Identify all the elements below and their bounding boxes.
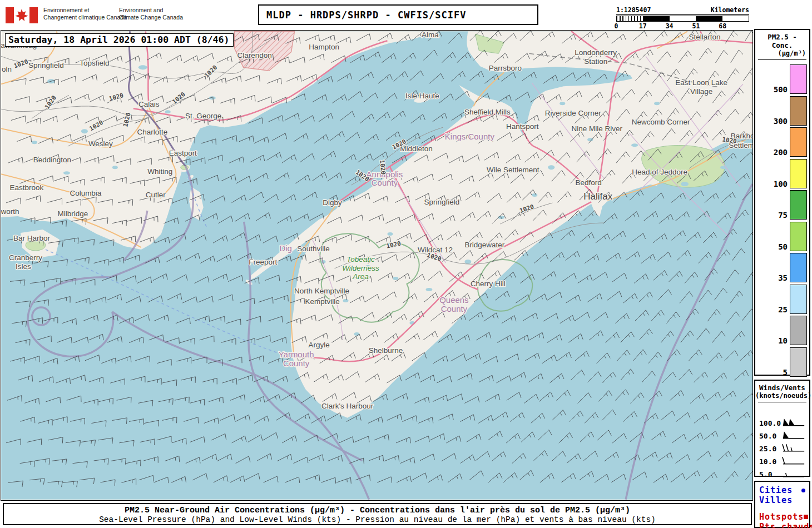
page: Environnement etChangement climatique Ca… [0,0,812,528]
place-label: Wile Settlement [487,166,539,174]
place-label: Digby [323,198,342,207]
wind-speed-label: 100.0 [759,419,781,427]
scale-tick: 17 [639,22,647,30]
place-label: Calais [138,100,160,108]
place-label: Shelburne [369,346,403,355]
winds-legend-units: (knots/noeuds) [755,392,809,400]
pm25-color-swatch [790,159,807,188]
place-label: East Loon Lake [675,78,727,87]
place-label: Eastbrook [10,183,44,192]
place-label: Sheffield Mills [464,108,511,116]
place-label: Cherry Hill [471,280,506,288]
wind-speed-label: 5.0 [759,470,772,479]
map-title: MLDP - HRDPS/SHRPD - CWFIS/SCIFV [259,9,467,21]
pm25-threshold-label: 10 [778,337,788,345]
pm25-legend-entry: 35 [755,253,809,282]
hotspots-label-en: Hotspots [759,512,804,522]
pm25-color-swatch [790,347,807,377]
wind-barb-glyph [781,418,806,428]
place-label: Kemptville [305,297,339,306]
pm25-threshold-label: 500 [774,86,788,94]
wind-legend-entry: 10.0 [755,455,809,467]
place-label: Cranberry [9,253,42,262]
timestamp-box: Saturday, 18 April 2026 01:00 ADT (8/46) [5,33,234,47]
points-legend: Cities Villes Hotspots Pts chauds [754,481,810,528]
place-label: Hampton [309,43,339,51]
pm25-color-swatch [790,316,807,345]
place-label: oln [2,65,12,73]
pm25-threshold-label: 5 [783,368,788,377]
place-label: Freeport [249,258,277,266]
place-label: Village [690,87,712,96]
pm25-color-swatch [790,222,807,251]
place-label: Isles [16,262,31,271]
place-label: Station [584,57,607,66]
pm25-legend: PM2.5 - Conc. (µg/m³) 500300200100755035… [754,29,810,376]
separator [758,402,806,402]
pm25-legend-entry: 50 [755,222,809,251]
logo-text-english: Environment andClimate Change Canada [119,7,183,21]
pm25-threshold-label: 75 [778,211,788,220]
place-label: Bridgewater [464,241,504,249]
place-label: Bar Harbor [13,234,50,242]
place-label: Charlotte [137,128,167,136]
pm25-threshold-label: 35 [778,274,788,282]
city-marker-icon [801,489,805,492]
place-label: Bedford [576,178,602,187]
pm25-color-swatch [790,127,807,157]
scale-tick: 68 [719,22,726,30]
scale-tick: 51 [692,22,700,30]
place-label: Head of Jeddore [632,168,687,176]
place-label: Springfield [28,61,64,69]
hotspot-marker-icon [804,515,808,519]
place-label: Clarendon [237,51,272,59]
pm25-legend-entry: 200 [755,127,809,157]
pm25-color-swatch [790,64,807,94]
pm25-color-swatch [790,285,807,314]
pm25-legend-entry: 10 [755,316,809,345]
scale-ticks: 017345168 [616,22,749,29]
hotspots-label-fr: Pts chauds [759,522,812,528]
pm25-legend-units: (µg/m³) [755,49,809,57]
place-label: St. George [185,112,221,120]
place-label: County [441,304,468,313]
logo-text-french: Environnement etChangement climatique Ca… [43,7,127,21]
place-label: Tobeatic [346,255,375,263]
scale-bar-segments [616,16,749,22]
map-canvas: ttawamkeagSpringfieldTopsfieldolnClarend… [1,30,753,501]
place-label: County [283,358,310,368]
isobar-label: 1020 [378,160,387,175]
pm25-threshold-label: 100 [774,180,788,188]
place-label: Wesley [88,140,113,148]
place-label: Newcomb Corner [632,118,690,126]
pm25-threshold-label: 50 [778,243,788,251]
place-label: Isle Haute [405,92,439,100]
place-label: Yarmouth [279,350,314,359]
cities-label-en: Cities [759,485,793,495]
scale-tick: 34 [666,22,674,30]
wind-speed-label: 50.0 [759,432,776,440]
pm25-threshold-label: 25 [778,306,788,314]
caption-line1: PM2.5 Near-Ground Air Concentrations (µg… [4,506,751,515]
wind-speed-label: 25.0 [759,445,776,453]
wind-speed-label: 10.0 [759,457,776,466]
caption-line2: Sea-Level Pressure (hPa) and Low-Level W… [4,515,751,524]
place-label: Springfield [424,198,460,206]
wind-legend-entry: 50.0 [755,430,809,442]
place-label: Area [352,272,369,281]
pm25-threshold-label: 300 [774,117,788,126]
scale-ratio: 1:1285407 [616,6,651,14]
pm25-legend-entry: 100 [755,159,809,188]
place-label: worth [1,207,19,216]
pm25-color-swatch [790,190,807,220]
wind-barb-glyph [781,469,806,479]
wind-barb-glyph [781,444,806,454]
wind-legend-entry: 100.0 [755,417,809,429]
wind-legend-entry: 5.0 [755,468,809,480]
place-label: Middleton [400,145,432,153]
place-label: Whiting [147,167,172,176]
place-label: Clark's Harbour [321,402,374,410]
place-label: Hantsport [506,122,539,131]
pm25-legend-entry: 25 [755,285,809,314]
scale-tick: 0 [615,22,618,30]
